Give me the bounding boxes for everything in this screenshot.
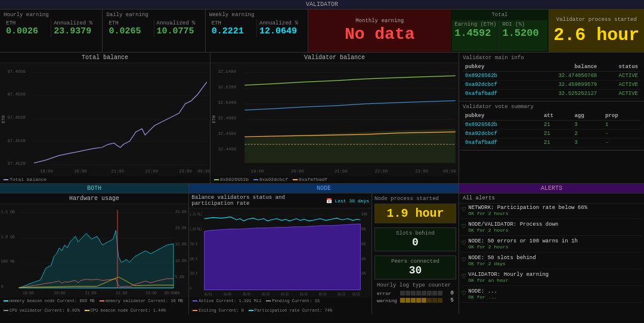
svg-text:22:00: 22:00 [116,291,127,296]
table-row: 0x8926562b32.474050768ACTIVE [463,72,640,81]
svg-text:05/25: 05/25 [352,292,360,297]
svg-text:1.5 GB: 1.5 GB [1,210,15,214]
alert-ok-icon: ♡ [462,289,466,298]
total-block: Total Earning (ETH) 1.4592 ROI (%) 1.520… [451,10,549,52]
total-earning-value: 1.4592 [454,27,497,39]
page-header: VALIDATOR [0,0,644,10]
alert-item: ♡ NODE: 50 errors or 100 warns in 1h OK … [462,238,642,253]
svg-text:21:00: 21:00 [111,169,124,174]
svg-text:32.4800: 32.4800 [218,116,236,121]
svg-text:32.5200: 32.5200 [218,85,236,90]
svg-text:23:00: 23:00 [415,169,428,174]
total-roi-block: ROI (%) 1.5200 [500,20,547,51]
svg-text:100%: 100% [361,212,368,217]
svg-text:500 MB: 500 MB [1,260,15,264]
total-label: Total [452,11,547,19]
weekly-ann-value: 12.0649 [259,26,302,36]
hourly-label: Hourly earning [4,12,98,18]
log-counter: Hourly log type counter error [374,281,456,306]
weekly-earning-block: Weekly earning ETH 0.2221 Annualized % 1… [206,10,308,52]
svg-text:0: 0 [1,285,4,289]
total-balance-legend: Total balance [0,176,210,183]
peers-value: 30 [377,264,453,276]
alert-item: ♡ NODE: 50 slots behind OK for 2 days [462,255,642,269]
alert-item: ♡ NETWORK: Participation rate below 66% … [462,205,642,219]
alerts-panel: ALERTS All alerts ♡ NETWORK: Participati… [459,184,644,314]
svg-text:32.5400: 32.5400 [218,69,236,74]
slots-behind-value: 0 [377,236,453,248]
peers-connected-box: Peers connected 30 [374,256,456,279]
svg-text:00:00: 00:00 [443,169,456,174]
node-section-header: NODE [189,184,459,193]
node-stats: Node process started 1.9 hour Slots behi… [371,193,459,314]
daily-earning-block: Daily earning ETH 0.0265 Annualized % 10… [103,10,205,52]
node-process-value: 1.9 hour [377,207,453,220]
alert-item: ♡ VALIDATOR: Hourly earning OK for an ho… [462,272,642,286]
alerts-subtitle: All alerts [459,193,644,204]
daily-eth-block: ETH 0.0265 [106,19,154,38]
svg-text:05/19: 05/19 [319,292,327,297]
warning-bars [400,298,442,303]
svg-text:21:00: 21:00 [335,169,348,174]
validator-balance-title: Validator balance [210,53,459,63]
validator-started-label: Validator process started [556,17,637,23]
alert-item: ♡ NODE: ... OK for ... [462,288,642,303]
svg-text:1.0 GB: 1.0 GB [1,235,15,239]
svg-text:0: 0 [190,287,191,291]
svg-text:19:00: 19:00 [23,291,34,296]
total-balance-title: Total balance [0,53,210,63]
bottom-row: BOTH Hardware usage 1.5 GB 1.0 GB 500 MB… [0,184,644,314]
weekly-eth-block: ETH 0.2221 [209,19,257,38]
svg-marker-75 [205,224,361,290]
error-log-row: error 0 [377,290,454,296]
alert-ok-icon: ♡ [462,239,466,248]
weekly-label: Weekly earning [209,12,304,18]
validator-balance-panel: Validator balance 32.5400 32.5200 32.500… [210,53,459,183]
table-row: 0xa92dcbcf212- [463,130,640,139]
total-roi-value: 1.5200 [502,27,544,39]
monthly-no-data: No data [345,25,415,44]
alert-item: ♡ NODE/VALIDATOR: Process down OK for 2 … [462,222,642,236]
svg-text:1.00 Mil: 1.00 Mil [190,227,202,232]
monthly-label: Monthly earning [355,18,404,24]
svg-text:00:00: 00:00 [197,169,210,174]
validator-balance-chart: 32.5400 32.5200 32.5000 32.4800 32.4600 … [210,63,459,176]
total-balance-chart: 97.4600 97.4580 97.4560 97.4540 97.4520 … [0,63,210,176]
warning-log-row: warning 5 [377,297,454,303]
both-panel: BOTH Hardware usage 1.5 GB 1.0 GB 500 MB… [0,184,189,314]
total-earning-block: Earning (ETH) 1.4592 [452,20,500,51]
svg-text:32.4600: 32.4600 [218,131,236,136]
svg-text:22:00: 22:00 [145,169,158,174]
hardware-usage-title: Hardware usage [0,193,188,204]
both-section-header: BOTH [0,184,188,193]
info-panel: Validator main info pubkey balance statu… [459,53,644,183]
alert-ok-icon: ♡ [462,205,466,214]
hourly-ann-value: 23.9379 [54,26,96,36]
svg-text:97.4600: 97.4600 [7,69,25,74]
svg-text:19:00: 19:00 [40,169,53,174]
weekly-eth-value: 0.2221 [212,26,254,36]
table-row: 0x8926562b2131 [463,121,640,130]
svg-text:25.0%: 25.0% [175,210,187,214]
alerts-list: ♡ NETWORK: Participation rate below 66% … [459,204,644,314]
svg-text:05/16: 05/16 [300,292,308,297]
svg-text:97.4540: 97.4540 [7,139,25,143]
svg-text:5.0%: 5.0% [175,275,184,279]
validator-main-table: pubkey balance status 0x8926562b32.47405… [463,63,640,99]
alert-ok-icon: ♡ [462,222,466,231]
svg-text:32.4400: 32.4400 [218,147,236,152]
validator-balance-legend: 0x8926562b 0xa92dcbcf 0xafafbadf [210,176,459,183]
svg-text:500 K: 500 K [190,257,197,262]
svg-text:00:00: 00:00 [165,291,176,296]
svg-text:20:00: 20:00 [54,291,65,296]
alert-ok-icon: ♡ [462,256,466,264]
svg-text:05/04: 05/04 [224,292,231,297]
svg-text:40%: 40% [361,257,366,262]
validator-started-value: 2.6 hour [553,25,639,45]
weekly-ann-block: Annualized % 12.0649 [257,19,304,38]
svg-text:20%: 20% [361,272,366,276]
svg-text:20:00: 20:00 [74,169,87,174]
hourly-eth-value: 0.0026 [6,26,48,36]
svg-text:22:00: 22:00 [375,169,388,174]
svg-text:ETH: ETH [1,115,6,123]
